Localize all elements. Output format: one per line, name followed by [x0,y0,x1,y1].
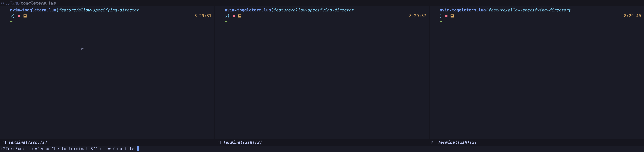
terminal-pane-2[interactable]: nvim-toggleterm.lua(feature/allow-specif… [215,6,430,146]
winbar-title: Terminal(zsh)[3] [223,140,262,145]
git-branch: feature/allow-specifying-directory [488,8,571,12]
cwd: nvim-toggleterm.lua [10,8,56,12]
terminal-pane-1[interactable]: nvim-toggleterm.lua(feature/allow-specif… [0,6,215,146]
cwd: nvim-toggleterm.lua [440,8,486,12]
timestamp: 8:29:40 [624,13,641,19]
winbar-title: Terminal(zsh)[2] [438,140,476,145]
timestamp: 8:29:31 [194,13,212,19]
prompt-line-1: nvim-toggleterm.lua(feature/allow-specif… [225,8,426,13]
git-branch-wrap: y [225,14,227,18]
timestamp: 8:29:37 [409,13,426,19]
tabline-path: ./lua/toggleterm.lua [6,1,56,6]
git-dirty-icon [18,15,20,17]
prompt-line-2: ) 8:29:40 [440,13,641,19]
prompt-line-2: y) 8:29:31 [10,13,212,19]
git-branch-wrap: y [10,14,12,18]
status-icon [450,14,454,18]
terminal-icon [217,141,220,144]
git-branch: feature/allow-specifying-director [59,8,139,12]
terminal-body[interactable]: nvim-toggleterm.lua(feature/allow-specif… [430,6,644,139]
terminal-icon [2,141,6,144]
status-icon [238,14,241,18]
git-dirty-icon [445,15,448,17]
cwd: nvim-toggleterm.lua [225,8,271,12]
prompt-line-1: nvim-toggleterm.lua(feature/allow-specif… [10,8,212,13]
tab-indicator-icon [1,2,4,4]
command-text: :2TermExec cmd='echo "hello terminal 3"'… [1,146,137,151]
path-file: toggleterm.lua [20,1,56,6]
terminal-body[interactable]: nvim-toggleterm.lua(feature/allow-specif… [215,6,429,139]
winbar: Terminal(zsh)[1] [0,139,214,146]
winbar-title: Terminal(zsh)[1] [8,140,47,145]
mouse-cursor-icon: ➤ [80,45,84,53]
terminal-pane-3[interactable]: nvim-toggleterm.lua(feature/allow-specif… [430,6,644,146]
prompt-arrow: → [10,19,212,24]
terminal-panes: nvim-toggleterm.lua(feature/allow-specif… [0,6,644,146]
prompt-arrow: → [225,19,426,24]
winbar: Terminal(zsh)[3] [215,139,429,146]
terminal-body[interactable]: nvim-toggleterm.lua(feature/allow-specif… [0,6,214,139]
prompt-line-1: nvim-toggleterm.lua(feature/allow-specif… [440,8,641,13]
path-prefix: ./lua/ [6,1,20,6]
git-dirty-icon [233,15,235,17]
prompt-arrow: → [440,19,641,24]
cursor-icon [137,146,139,151]
winbar: Terminal(zsh)[2] [430,139,644,146]
prompt-line-2: y) 8:29:37 [225,13,426,19]
terminal-icon [432,141,435,144]
git-branch: feature/allow-specifying-director [274,8,354,12]
tabline: ./lua/toggleterm.lua [0,0,644,6]
command-line[interactable]: :2TermExec cmd='echo "hello terminal 3"'… [0,146,644,152]
status-icon [24,14,26,18]
